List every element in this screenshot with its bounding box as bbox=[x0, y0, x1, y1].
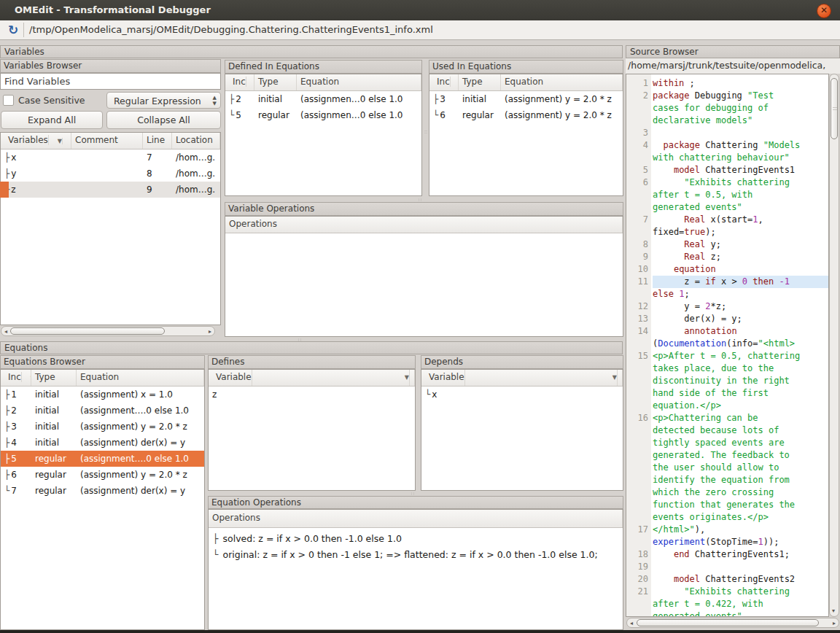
col-type[interactable]: Type bbox=[254, 74, 297, 90]
tree-branch-icon: ├ bbox=[4, 454, 11, 464]
defined-in-title: Defined In Equations bbox=[225, 60, 422, 74]
col-inc[interactable]: Inc▼ bbox=[225, 74, 254, 90]
operation-row[interactable]: └ original: z = if x > 0 then -1 else 1;… bbox=[209, 547, 623, 563]
code-line: 6 "Exhibits chattering bbox=[626, 176, 828, 189]
regex-combobox-value: Regular Expression bbox=[114, 93, 201, 109]
equation-row[interactable]: ├1initial(assignment) x = 1.0 bbox=[1, 387, 204, 403]
tree-branch-icon: ├ bbox=[4, 405, 11, 416]
scrollbar-thumb[interactable] bbox=[637, 619, 819, 626]
col-operations[interactable]: Operations bbox=[225, 217, 623, 233]
tree-branch-icon: ├ bbox=[4, 438, 11, 448]
tree-branch-icon: ├ bbox=[229, 94, 236, 104]
operation-row[interactable]: ├ solved: z = if x > 0.0 then -1.0 else … bbox=[209, 531, 623, 547]
equations-header[interactable]: Inc▼ Type Equation bbox=[1, 370, 204, 387]
expand-all-button[interactable]: Expand All bbox=[1, 111, 103, 129]
case-sensitive-checkbox[interactable] bbox=[3, 95, 14, 106]
scroll-down-icon[interactable]: ▾ bbox=[832, 606, 835, 615]
code-line: discontinuity in the right bbox=[626, 375, 828, 387]
equation-row[interactable]: ├2initial(assignment….0 else 1.0 bbox=[1, 403, 204, 419]
scroll-right-icon[interactable]: ▸ bbox=[833, 618, 836, 628]
code-line: takes place, due to the bbox=[626, 362, 828, 375]
horizontal-splitter[interactable] bbox=[408, 491, 423, 496]
scroll-left-icon[interactable]: ◂ bbox=[4, 327, 7, 336]
source-v-scrollbar[interactable]: ▾ bbox=[829, 74, 839, 617]
horizontal-splitter[interactable] bbox=[416, 197, 430, 201]
code-line: hand side of the first bbox=[626, 387, 828, 400]
defines-title: Defines bbox=[208, 355, 416, 369]
col-equation[interactable]: Equation bbox=[77, 370, 204, 386]
equation-row[interactable]: ├3initial(assignment) y = 2.0 * z bbox=[1, 419, 204, 435]
used-in-header[interactable]: Inc▼ Type Equation bbox=[429, 74, 623, 91]
refresh-icon[interactable]: ↻ bbox=[5, 22, 21, 38]
code-line: 12 y = 2*z; bbox=[626, 300, 828, 313]
col-equation[interactable]: Equation bbox=[297, 74, 421, 90]
equation-operations-header[interactable]: Operations bbox=[209, 510, 623, 528]
col-equation[interactable]: Equation bbox=[501, 74, 623, 90]
col-type[interactable]: Type bbox=[31, 370, 77, 386]
variables-table-header[interactable]: Variables▼ Comment Line Location bbox=[1, 133, 220, 149]
source-code-view[interactable]: 1within ;2package Debugging "Testcases f… bbox=[626, 74, 829, 617]
code-line: which the zero crossing bbox=[626, 486, 828, 499]
equation-operations-title: Equation Operations bbox=[208, 496, 623, 509]
equations-dock-title: Equations bbox=[0, 341, 623, 354]
col-variables[interactable]: Variables▼ bbox=[1, 133, 71, 149]
tree-branch-icon: └ bbox=[229, 110, 236, 120]
code-line: 5 model ChatteringEvents1 bbox=[626, 164, 828, 176]
vertical-splitter[interactable] bbox=[422, 74, 429, 196]
equation-row[interactable]: ├3initial(assignment) y = 2.0 * z bbox=[429, 91, 623, 107]
defined-in-header[interactable]: Inc▼ Type Equation bbox=[225, 74, 421, 91]
equation-row[interactable]: └5regular(assignmen…0 else 1.0 bbox=[225, 107, 421, 123]
col-inc[interactable]: Inc▼ bbox=[429, 74, 459, 90]
variable-row[interactable]: ├x7/hom…g. bbox=[1, 149, 220, 166]
tree-branch-icon: ├ bbox=[4, 389, 11, 400]
col-operations[interactable]: Operations bbox=[209, 510, 623, 527]
col-comment[interactable]: Comment bbox=[71, 133, 143, 149]
col-variable[interactable]: Variable▼ bbox=[421, 370, 623, 386]
col-type[interactable]: Type bbox=[459, 74, 501, 90]
variables-h-scrollbar[interactable]: ◂ ▸ bbox=[1, 326, 215, 336]
spinner-arrows-icon[interactable]: ▲▼ bbox=[213, 95, 217, 106]
collapse-all-button[interactable]: Collapse All bbox=[106, 111, 221, 129]
equation-row[interactable]: └6regular(assignment) y = 2.0 * z bbox=[429, 107, 623, 123]
scrollbar-thumb[interactable] bbox=[10, 327, 165, 335]
tree-branch-icon: ├ bbox=[4, 470, 11, 480]
col-location[interactable]: Location bbox=[172, 133, 220, 149]
variables-table: Variables▼ Comment Line Location ├x7/hom… bbox=[0, 132, 221, 325]
col-variable[interactable]: Variable▼ bbox=[209, 370, 415, 386]
variable-operations-panel: Operations bbox=[225, 216, 623, 337]
equation-row[interactable]: ├6regular(assignment) y = 2.0 * z bbox=[1, 467, 204, 483]
variable-operations-header[interactable]: Operations bbox=[225, 217, 623, 233]
variable-operations-title: Variable Operations bbox=[225, 202, 623, 216]
sort-icon: ▼ bbox=[401, 370, 410, 386]
close-icon[interactable]: ✕ bbox=[817, 4, 831, 18]
equation-row[interactable]: ├2initial(assignmen…0 else 1.0 bbox=[225, 91, 421, 107]
depends-header[interactable]: Variable▼ bbox=[421, 370, 623, 387]
vertical-splitter[interactable] bbox=[416, 369, 421, 491]
defined-in-table: Inc▼ Type Equation ├2initial(assignmen…0… bbox=[225, 74, 422, 196]
window-title: OMEdit - Transformational Debugger bbox=[15, 0, 211, 20]
equation-row[interactable]: └7regular(assignment) der(x) = y bbox=[1, 483, 204, 499]
code-line: generated events" bbox=[626, 610, 828, 617]
depends-row[interactable]: └x bbox=[421, 387, 623, 403]
scroll-left-icon[interactable]: ◂ bbox=[630, 618, 633, 628]
code-line: 3 bbox=[626, 127, 828, 139]
code-line: after t = 0.422, with bbox=[626, 598, 828, 610]
equation-row[interactable]: ├4initial(assignment) der(x) = y bbox=[1, 435, 204, 451]
defines-header[interactable]: Variable▼ bbox=[209, 370, 415, 387]
defines-row[interactable]: z bbox=[209, 387, 415, 403]
find-variables-input[interactable]: Find Variables bbox=[0, 73, 221, 90]
col-inc[interactable]: Inc▼ bbox=[1, 370, 31, 386]
equations-browser-title: Equations Browser bbox=[0, 355, 205, 369]
regex-combobox[interactable]: Regular Expression ▲▼ bbox=[106, 92, 221, 109]
source-h-scrollbar[interactable]: ◂ ▸ bbox=[626, 618, 839, 628]
equation-row[interactable]: ├5regular(assignment….0 else 1.0 bbox=[1, 451, 204, 467]
code-line: 10 equation bbox=[626, 263, 828, 276]
scroll-right-icon[interactable]: ▸ bbox=[209, 327, 211, 336]
case-sensitive-label: Case Sensitive bbox=[18, 91, 85, 109]
tree-branch-icon: ├ bbox=[4, 152, 11, 163]
code-line: tightly spaced events are bbox=[626, 437, 828, 449]
scrollbar-thumb[interactable] bbox=[831, 78, 838, 139]
variable-row[interactable]: └z9/hom…g. bbox=[1, 182, 220, 198]
col-line[interactable]: Line bbox=[143, 133, 172, 149]
variable-row[interactable]: ├y8/hom…g. bbox=[1, 166, 220, 182]
